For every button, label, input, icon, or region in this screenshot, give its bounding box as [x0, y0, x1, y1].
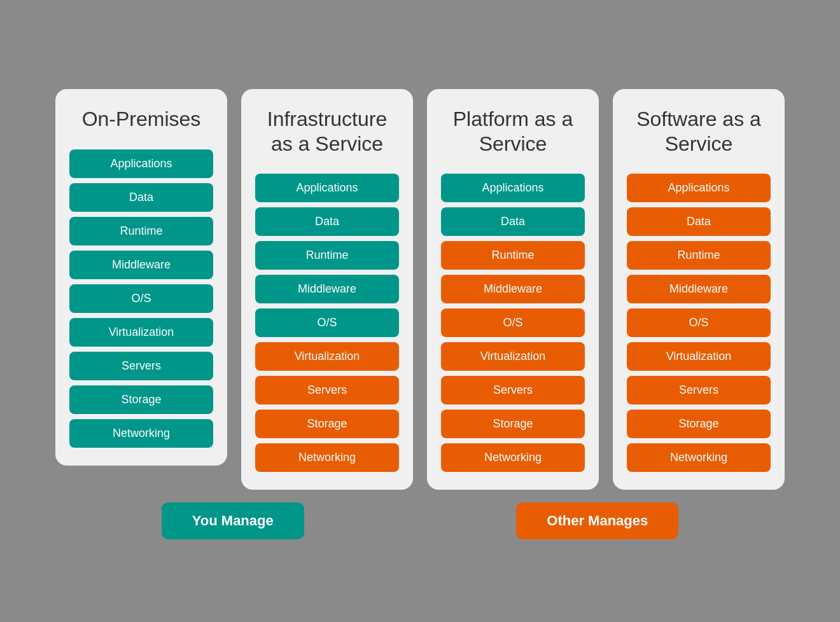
item-saas-networking: Networking [627, 443, 771, 472]
item-iaas-storage: Storage [255, 410, 399, 438]
column-card-on-premises: On-PremisesApplicationsDataRuntimeMiddle… [55, 89, 227, 465]
item-iaas-servers: Servers [255, 376, 399, 404]
item-on-premises-applications: Applications [69, 149, 213, 178]
item-saas-runtime: Runtime [627, 241, 771, 270]
item-iaas-applications: Applications [255, 174, 399, 202]
column-title-on-premises: On-Premises [82, 107, 201, 131]
items-list-saas: ApplicationsDataRuntimeMiddlewareO/SVirt… [627, 174, 771, 472]
other-manages-button: Other Manages [516, 502, 678, 539]
item-iaas-middleware: Middleware [255, 275, 399, 303]
item-saas-storage: Storage [627, 410, 771, 438]
item-iaas-virtualization: Virtualization [255, 342, 399, 371]
columns-row: On-PremisesApplicationsDataRuntimeMiddle… [36, 70, 804, 496]
item-iaas-o-s: O/S [255, 308, 399, 337]
item-on-premises-middleware: Middleware [69, 251, 213, 279]
item-iaas-networking: Networking [255, 443, 399, 472]
diagram-container: On-PremisesApplicationsDataRuntimeMiddle… [36, 70, 804, 552]
item-paas-applications: Applications [441, 174, 585, 202]
legend-row: You Manage Other Manages [36, 496, 804, 552]
item-paas-networking: Networking [441, 443, 585, 472]
item-saas-virtualization: Virtualization [627, 342, 771, 371]
item-saas-o-s: O/S [627, 308, 771, 337]
item-saas-middleware: Middleware [627, 275, 771, 303]
legend-spacer-right [678, 502, 785, 539]
item-on-premises-runtime: Runtime [69, 217, 213, 245]
items-list-on-premises: ApplicationsDataRuntimeMiddlewareO/SVirt… [69, 149, 213, 448]
item-paas-servers: Servers [441, 376, 585, 404]
items-list-iaas: ApplicationsDataRuntimeMiddlewareO/SVirt… [255, 174, 399, 472]
item-saas-applications: Applications [627, 174, 771, 202]
item-paas-storage: Storage [441, 410, 585, 438]
column-title-saas: Software as a Service [627, 107, 771, 156]
item-paas-data: Data [441, 207, 585, 236]
item-iaas-data: Data [255, 207, 399, 236]
column-title-iaas: Infrastructure as a Service [255, 107, 399, 156]
item-paas-o-s: O/S [441, 308, 585, 337]
column-title-paas: Platform as a Service [441, 107, 585, 156]
item-iaas-runtime: Runtime [255, 241, 399, 270]
item-paas-virtualization: Virtualization [441, 342, 585, 371]
legend-spacer-middle2 [410, 502, 517, 539]
item-saas-data: Data [627, 207, 771, 236]
you-manage-button: You Manage [162, 502, 304, 539]
item-on-premises-networking: Networking [69, 419, 213, 448]
legend-spacer-left [55, 502, 162, 539]
item-on-premises-servers: Servers [69, 352, 213, 380]
items-list-paas: ApplicationsDataRuntimeMiddlewareO/SVirt… [441, 174, 585, 472]
item-paas-middleware: Middleware [441, 275, 585, 303]
item-on-premises-virtualization: Virtualization [69, 318, 213, 347]
item-paas-runtime: Runtime [441, 241, 585, 270]
legend-spacer-middle [304, 502, 410, 539]
item-on-premises-storage: Storage [69, 385, 213, 414]
column-card-saas: Software as a ServiceApplicationsDataRun… [613, 89, 785, 490]
column-card-paas: Platform as a ServiceApplicationsDataRun… [427, 89, 599, 490]
item-on-premises-o-s: O/S [69, 284, 213, 313]
item-on-premises-data: Data [69, 183, 213, 212]
column-card-iaas: Infrastructure as a ServiceApplicationsD… [241, 89, 413, 490]
item-saas-servers: Servers [627, 376, 771, 404]
